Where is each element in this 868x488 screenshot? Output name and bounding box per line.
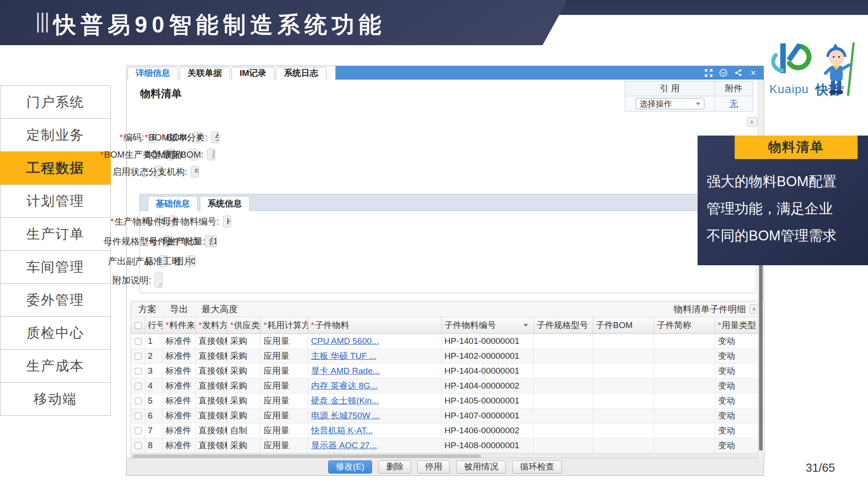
footer-button[interactable]: 修改(E): [328, 460, 372, 474]
form-field: *编码:BOM-00001: [131, 131, 145, 144]
row-checkbox[interactable]: [135, 338, 142, 345]
sidebar-item[interactable]: 门户系统: [0, 85, 111, 119]
required-asterisk: *: [162, 132, 166, 142]
field-input[interactable]: 生产BOM: [211, 131, 219, 143]
grid-column-header[interactable]: *发料方式: [196, 317, 227, 334]
window-tab[interactable]: IM记录: [231, 67, 274, 80]
filter-arrow-icon[interactable]: [524, 324, 528, 327]
sidebar-item[interactable]: 定制业务: [0, 118, 111, 152]
subitem-link[interactable]: CPU AMD 5600...: [311, 336, 379, 346]
form-row: 启用状态:是*分支机构:中天信息: [131, 163, 195, 180]
expand-icon[interactable]: [704, 69, 712, 77]
row-checkbox[interactable]: [135, 383, 142, 389]
subitem-link[interactable]: 快普机箱 K-AT...: [311, 425, 373, 436]
required-asterisk: *: [718, 320, 721, 330]
grid-column-header[interactable]: *料件来源: [163, 317, 196, 334]
subitem-link[interactable]: 电源 长城750W ...: [311, 410, 380, 422]
close-icon[interactable]: ×: [749, 69, 757, 77]
select-operation-cell: 选择操作: [625, 96, 715, 111]
grid-column-header[interactable]: *用量类型: [715, 317, 764, 334]
sidebar-item[interactable]: 计划管理: [0, 184, 111, 218]
subitem-link[interactable]: 内存 英睿达 8G...: [311, 380, 377, 392]
field-input[interactable]: 中天信息: [191, 166, 199, 178]
select-all-checkbox[interactable]: [135, 322, 142, 329]
form-field: 母件:快普电脑2021款: [145, 216, 162, 228]
field-textarea[interactable]: [155, 272, 163, 288]
table-row: 4标准件直接领料采购应用量内存 英睿达 8G...HP-1404-0000000…: [131, 379, 764, 394]
grid-column-header: [131, 317, 145, 334]
table-cell: 应用量: [261, 438, 308, 453]
grid-column-header[interactable]: 行号: [145, 317, 163, 334]
grid-toolbar-right: 物料清单子件明细 «: [674, 303, 760, 315]
window-tab[interactable]: 关联单据: [179, 67, 230, 80]
table-row: 6标准件直接领料采购应用量电源 长城750W ...HP-1407-000000…: [131, 408, 764, 423]
table-cell: 采购: [227, 408, 261, 423]
share-icon[interactable]: [734, 69, 742, 77]
row-checkbox[interactable]: [135, 353, 142, 360]
none-link[interactable]: 无: [730, 98, 738, 110]
footer-button[interactable]: 循环检查: [512, 460, 562, 474]
select-operation-dropdown[interactable]: 选择操作: [636, 98, 704, 109]
subitem-link[interactable]: 显卡 AMD Rade...: [311, 365, 380, 377]
toolbar-item[interactable]: 最大高度: [202, 303, 238, 315]
sidebar-item[interactable]: 工程数据: [0, 151, 111, 185]
table-cell: 快普机箱 K-AT...: [308, 423, 442, 438]
quote-button[interactable]: 引 用: [625, 81, 715, 96]
grid-column-header[interactable]: *耗用计算方式: [261, 317, 308, 334]
toolbar-item[interactable]: 方案: [138, 303, 156, 315]
subitem-link[interactable]: 硬盘 金士顿(Kin...: [311, 395, 379, 407]
field-input[interactable]: HP-0101-0000000: [223, 216, 231, 227]
footer-button[interactable]: 被用情况: [456, 460, 506, 474]
grid-panel-title: 物料清单子件明细: [674, 303, 746, 315]
table-cell: [131, 349, 145, 364]
field-input[interactable]: 是: [207, 149, 215, 160]
subitem-link[interactable]: 主板 华硕 TUF ...: [311, 350, 377, 362]
field-input[interactable]: 台: [205, 235, 213, 247]
sidebar-item[interactable]: 车间管理: [0, 250, 111, 284]
collapse-form-button[interactable]: «: [747, 117, 757, 127]
row-checkbox[interactable]: [135, 427, 142, 434]
grid-toolbar: 方案导出最大高度 物料清单子件明细 «: [131, 301, 764, 317]
grid-column-header[interactable]: 子件规格型号: [534, 317, 593, 334]
row-checkbox[interactable]: [135, 413, 142, 419]
basic-info-groupbox: 基础信息系统信息: [139, 194, 756, 293]
im-icon[interactable]: IM: [719, 69, 727, 77]
grid-column-header[interactable]: 子件物料编号: [442, 317, 534, 334]
subtab[interactable]: 基础信息: [148, 196, 198, 211]
table-cell: 自制: [227, 423, 261, 438]
row-checkbox[interactable]: [135, 398, 142, 404]
table-cell: HP-1407-00000001: [442, 408, 534, 423]
attachment-button[interactable]: 附件: [715, 81, 753, 96]
footer-button[interactable]: 删除: [378, 460, 411, 474]
form-field: *分支机构:中天信息: [145, 166, 162, 178]
field-label: *BOM分类:: [162, 131, 208, 144]
table-cell: 直接领料: [196, 349, 227, 364]
footer-button[interactable]: 停用: [417, 460, 450, 474]
window-tab[interactable]: 详细信息: [127, 67, 178, 80]
vertical-scrollbar-thumb[interactable]: [759, 256, 763, 450]
grid-column-header[interactable]: *供应类型: [227, 317, 261, 334]
field-label: 母件物料编号:: [162, 216, 219, 228]
grid-column-header[interactable]: 子件BOM: [593, 317, 654, 334]
grid-column-header[interactable]: *子件物料: [308, 317, 442, 334]
grid-column-header[interactable]: 子件简称: [654, 317, 715, 334]
subitem-link[interactable]: 显示器 AOC 27...: [311, 440, 377, 451]
form-row: 附加说明:: [131, 271, 195, 289]
sidebar-item[interactable]: 生产订单: [0, 217, 111, 251]
svg-text:IM: IM: [722, 71, 725, 75]
window-tab[interactable]: 系统日志: [276, 67, 326, 80]
sidebar-item[interactable]: 质检中心: [0, 316, 111, 350]
toolbar-item[interactable]: 导出: [170, 303, 188, 315]
table-cell: 直接领料: [196, 438, 227, 453]
sidebar-item[interactable]: 移动端: [0, 382, 111, 416]
subtabs: 基础信息系统信息: [140, 194, 756, 211]
table-cell: HP-1408-00000001: [442, 438, 534, 453]
subtab[interactable]: 系统信息: [200, 196, 250, 211]
required-asterisk: *: [198, 320, 202, 330]
sidebar-item[interactable]: 生产成本: [0, 349, 111, 383]
row-checkbox[interactable]: [135, 442, 142, 449]
table-cell: [131, 379, 145, 394]
resize-handle-icon[interactable]: [157, 282, 161, 286]
sidebar-item[interactable]: 委外管理: [0, 283, 111, 317]
row-checkbox[interactable]: [135, 368, 142, 375]
